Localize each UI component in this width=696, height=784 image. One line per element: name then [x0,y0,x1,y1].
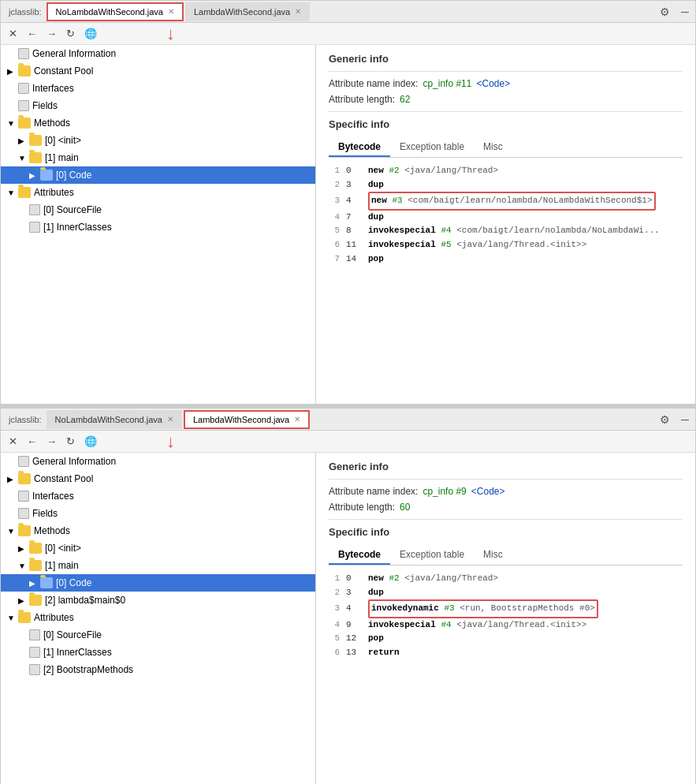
tree-item-2-code[interactable]: ▶ [0] Code [1,574,315,592]
close-btn-2[interactable]: ✕ [6,434,20,449]
minimize-icon[interactable]: ─ [678,4,692,20]
tab-2-nolambda[interactable]: NoLambdaWithSecond.java ✕ [47,410,182,429]
close-btn-1[interactable]: ✕ [6,26,20,41]
tab-close-2[interactable]: ✕ [295,7,301,16]
tree-item-2-interfaces[interactable]: Interfaces [1,487,315,505]
globe-btn-2[interactable]: 🌐 [81,434,100,449]
tree-item-attributes[interactable]: ▼ Attributes [1,184,315,201]
code-line-1-7: 7 14 pop [329,252,683,267]
refresh-btn-2[interactable]: ↻ [63,434,78,449]
attr-length-value-2: 60 [400,502,410,513]
folder-icon-2-lambda [29,595,42,606]
tree-item-2-main[interactable]: ▼ [1] main [1,557,315,574]
file-icon-2-general [18,456,29,467]
tab-nav-misc-1[interactable]: Misc [474,138,512,157]
bytecode-tabs-2: Bytecode Exception table Misc [329,546,683,566]
tree-item-2-fields[interactable]: Fields [1,505,315,522]
folder-icon-2-attributes [18,612,31,623]
tree-item-2-bootstrap[interactable]: [2] BootstrapMethods [1,661,315,678]
globe-btn-1[interactable]: 🌐 [81,26,100,41]
tree-item-2-attributes[interactable]: ▼ Attributes [1,609,315,626]
tree-item-main[interactable]: ▼ [1] main [1,149,315,166]
file-icon-sourcefile [29,204,40,215]
tab-nav-bytecode-1[interactable]: Bytecode [329,138,390,157]
tree-item-code[interactable]: ▶ [0] Code [1,166,315,184]
tree-item-2-init[interactable]: ▶ [0] <init> [1,539,315,557]
tree-arrow-code: ▶ [29,171,40,180]
app-name: jclasslib: [4,7,47,17]
code-area-2: 1 0 new #2 <java/lang/Thread> 2 3 dup 3 … [329,572,683,660]
settings-icon[interactable]: ⚙ [657,4,673,20]
tab-2-lambda[interactable]: LambdaWithSecond.java ✕ [184,410,310,429]
forward-btn-2[interactable]: → [43,434,60,449]
attr-length-label-1: Attribute length: [329,94,395,105]
tree-item-methods[interactable]: ▼ Methods [1,114,315,132]
tree-item-sourcefile[interactable]: [0] SourceFile [1,201,315,218]
separator-2 [329,111,683,112]
file-icon-2-interfaces [18,491,29,502]
attr-name-label-1: Attribute name index: [329,78,418,89]
tab-close-4[interactable]: ✕ [294,415,300,424]
separator-1 [329,71,683,72]
tab-nav-exception-1[interactable]: Exception table [390,138,474,157]
tab-nav-misc-2[interactable]: Misc [474,546,512,565]
code-line-2-6: 6 13 return [329,646,683,660]
code-line-1-6: 6 11 invokespecial #5 <java/lang/Thread.… [329,238,683,252]
right-panel-1: Generic info Attribute name index: cp_in… [316,45,695,404]
app-name-2: jclasslib: [4,415,47,424]
folder-icon-cp [18,65,31,77]
tree-item-general-info[interactable]: General Information [1,45,315,62]
tree-item-2-innerclasses[interactable]: [1] InnerClasses [1,644,315,661]
file-icon-2-sourcefile [29,629,40,640]
file-icon-2-bootstrap [29,664,40,675]
code-line-1-4: 4 7 dup [329,211,683,225]
file-icon-2-fields [18,508,29,519]
tree-arrow-2-init: ▶ [18,544,29,553]
tree-item-2-methods[interactable]: ▼ Methods [1,522,315,539]
folder-icon-code [40,170,53,181]
code-line-2-3: 3 4 invokedynamic #3 <run, BootstrapMeth… [329,599,683,618]
forward-btn-1[interactable]: → [43,26,60,41]
toolbar-1: ✕ ← → ↻ 🌐 ↓ [1,23,695,45]
main-content-1: General Information ▶ Constant Pool Inte… [1,45,695,404]
tree-item-interfaces[interactable]: Interfaces [1,80,315,97]
red-arrow-1: ↓ [166,24,175,44]
tab-nav-exception-2[interactable]: Exception table [390,546,474,565]
back-btn-2[interactable]: ← [24,434,40,449]
tab-close-3[interactable]: ✕ [167,415,173,424]
tab-1-nolambda[interactable]: NoLambdaWithSecond.java ✕ [47,2,184,21]
refresh-btn-1[interactable]: ↻ [63,26,78,41]
tree-item-2-general-info[interactable]: General Information [1,453,315,470]
tree-item-fields[interactable]: Fields [1,97,315,114]
minimize-icon-2[interactable]: ─ [678,412,692,427]
attr-length-value-1: 62 [400,94,410,105]
tree-panel-1: General Information ▶ Constant Pool Inte… [1,45,316,404]
attr-name-row-1: Attribute name index: cp_info #11 <Code> [329,78,683,89]
tree-item-init[interactable]: ▶ [0] <init> [1,132,315,149]
folder-icon-attributes [18,187,31,198]
tab-1-lambda[interactable]: LambdaWithSecond.java ✕ [185,2,310,21]
tree-item-2-sourcefile[interactable]: [0] SourceFile [1,626,315,644]
tree-item-constant-pool[interactable]: ▶ Constant Pool [1,62,315,80]
tree-item-2-lambda-main[interactable]: ▶ [2] lambda$main$0 [1,592,315,609]
tab-nav-bytecode-2[interactable]: Bytecode [329,546,390,565]
code-line-2-5: 5 12 pop [329,632,683,646]
tree-arrow-methods: ▼ [7,119,18,128]
settings-icon-2[interactable]: ⚙ [657,412,673,427]
back-btn-1[interactable]: ← [24,26,40,41]
attr-length-row-2: Attribute length: 60 [329,502,683,513]
folder-icon-2-code [40,577,53,588]
main-content-2: General Information ▶ Constant Pool Inte… [1,453,695,784]
tree-arrow-cp: ▶ [7,67,18,76]
tree-item-innerclasses[interactable]: [1] InnerClasses [1,218,315,236]
tree-arrow-init: ▶ [18,136,29,145]
tree-arrow-attributes: ▼ [7,189,18,197]
folder-icon-main [29,152,42,163]
attr-name-code-1: <Code> [476,78,510,89]
attr-length-label-2: Attribute length: [329,502,395,513]
tree-item-2-cp[interactable]: ▶ Constant Pool [1,470,315,487]
tab-close-1[interactable]: ✕ [168,7,174,16]
generic-info-title-1: Generic info [329,53,683,65]
code-line-2-1: 1 0 new #2 <java/lang/Thread> [329,572,683,586]
file-icon-general [18,48,29,59]
